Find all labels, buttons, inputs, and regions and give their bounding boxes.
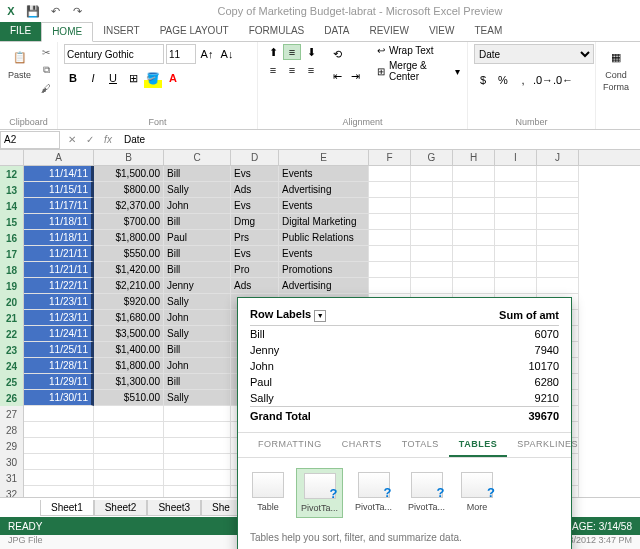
- cell[interactable]: [369, 182, 411, 198]
- merge-center-button[interactable]: ⊞Merge & Center ▾: [376, 59, 461, 83]
- redo-icon[interactable]: ↷: [70, 4, 84, 18]
- sheet-tab[interactable]: Sheet3: [147, 500, 201, 516]
- row-header[interactable]: 14: [0, 198, 24, 214]
- cell[interactable]: Events: [279, 246, 369, 262]
- cell[interactable]: [411, 214, 453, 230]
- cell[interactable]: 11/28/11: [24, 358, 94, 374]
- cell[interactable]: [537, 262, 579, 278]
- qa-tab-sparklines[interactable]: SPARKLINES: [507, 433, 588, 457]
- cell[interactable]: [24, 438, 94, 454]
- cell[interactable]: [369, 166, 411, 182]
- column-header[interactable]: J: [537, 150, 579, 165]
- cell[interactable]: $800.00: [94, 182, 164, 198]
- row-header[interactable]: 30: [0, 454, 24, 470]
- row-header[interactable]: 18: [0, 262, 24, 278]
- sheet-tab[interactable]: Sheet1: [40, 500, 94, 516]
- font-name-select[interactable]: [64, 44, 164, 64]
- qa-option[interactable]: PivotTa...: [296, 468, 343, 518]
- cell[interactable]: [164, 422, 231, 438]
- comma-icon[interactable]: ,: [514, 70, 532, 90]
- column-header[interactable]: A: [24, 150, 94, 165]
- cell[interactable]: [164, 438, 231, 454]
- percent-icon[interactable]: %: [494, 70, 512, 90]
- row-header[interactable]: 17: [0, 246, 24, 262]
- cell[interactable]: Sally: [164, 294, 231, 310]
- number-format-select[interactable]: Date: [474, 44, 594, 64]
- cell[interactable]: $1,400.00: [94, 342, 164, 358]
- cell[interactable]: [495, 230, 537, 246]
- cell[interactable]: Ads: [231, 182, 279, 198]
- cell[interactable]: Bill: [164, 214, 231, 230]
- column-header[interactable]: G: [411, 150, 453, 165]
- cell[interactable]: $2,370.00: [94, 198, 164, 214]
- tab-home[interactable]: HOME: [41, 22, 93, 42]
- save-icon[interactable]: 💾: [26, 4, 40, 18]
- cell[interactable]: $920.00: [94, 294, 164, 310]
- row-header[interactable]: 21: [0, 310, 24, 326]
- decrease-decimal-icon[interactable]: .0←: [554, 70, 572, 90]
- cell[interactable]: 11/25/11: [24, 342, 94, 358]
- sheet-tab[interactable]: She: [201, 500, 241, 516]
- cell[interactable]: [495, 182, 537, 198]
- column-header[interactable]: D: [231, 150, 279, 165]
- cell[interactable]: $1,800.00: [94, 358, 164, 374]
- cell[interactable]: [453, 230, 495, 246]
- cell[interactable]: [495, 198, 537, 214]
- conditional-formatting-button[interactable]: ▦ Cond Forma: [601, 44, 631, 94]
- qa-tab-charts[interactable]: CHARTS: [332, 433, 392, 457]
- align-middle-icon[interactable]: ≡: [283, 44, 301, 60]
- cell[interactable]: Promotions: [279, 262, 369, 278]
- cell[interactable]: $1,300.00: [94, 374, 164, 390]
- increase-indent-icon[interactable]: ⇥: [346, 66, 364, 86]
- row-header[interactable]: 24: [0, 358, 24, 374]
- increase-decimal-icon[interactable]: .0→: [534, 70, 552, 90]
- cell[interactable]: [94, 438, 164, 454]
- cell[interactable]: [537, 182, 579, 198]
- format-painter-icon[interactable]: 🖌: [37, 80, 55, 96]
- cell[interactable]: $3,500.00: [94, 326, 164, 342]
- currency-icon[interactable]: $: [474, 70, 492, 90]
- cell[interactable]: [411, 182, 453, 198]
- cell[interactable]: Paul: [164, 230, 231, 246]
- cell[interactable]: [94, 406, 164, 422]
- cell[interactable]: $2,210.00: [94, 278, 164, 294]
- decrease-indent-icon[interactable]: ⇤: [328, 66, 346, 86]
- cancel-icon[interactable]: ✕: [64, 132, 80, 148]
- row-header[interactable]: 25: [0, 374, 24, 390]
- qa-option[interactable]: More: [457, 468, 497, 518]
- cell[interactable]: John: [164, 198, 231, 214]
- cell[interactable]: [369, 262, 411, 278]
- align-right-icon[interactable]: ≡: [302, 62, 320, 78]
- cell[interactable]: [24, 454, 94, 470]
- cell[interactable]: Evs: [231, 246, 279, 262]
- enter-icon[interactable]: ✓: [82, 132, 98, 148]
- cell[interactable]: [537, 246, 579, 262]
- cell[interactable]: 11/14/11: [24, 166, 94, 182]
- cell[interactable]: [495, 278, 537, 294]
- cell[interactable]: 11/17/11: [24, 198, 94, 214]
- cell[interactable]: Advertising: [279, 278, 369, 294]
- cell[interactable]: [369, 198, 411, 214]
- cell[interactable]: $1,800.00: [94, 230, 164, 246]
- cell[interactable]: 11/18/11: [24, 214, 94, 230]
- column-header[interactable]: E: [279, 150, 369, 165]
- column-header[interactable]: C: [164, 150, 231, 165]
- fx-icon[interactable]: fx: [100, 132, 116, 148]
- fill-color-button[interactable]: 🪣: [144, 68, 162, 88]
- cell[interactable]: 11/21/11: [24, 262, 94, 278]
- tab-insert[interactable]: INSERT: [93, 22, 150, 41]
- tab-page-layout[interactable]: PAGE LAYOUT: [150, 22, 239, 41]
- cell[interactable]: [453, 278, 495, 294]
- row-header[interactable]: 20: [0, 294, 24, 310]
- cell[interactable]: Bill: [164, 246, 231, 262]
- column-header[interactable]: F: [369, 150, 411, 165]
- tab-view[interactable]: VIEW: [419, 22, 465, 41]
- cell[interactable]: [453, 214, 495, 230]
- cell[interactable]: 11/29/11: [24, 374, 94, 390]
- qa-tab-formatting[interactable]: FORMATTING: [248, 433, 332, 457]
- cell[interactable]: [411, 230, 453, 246]
- cell[interactable]: [94, 470, 164, 486]
- cell[interactable]: $1,680.00: [94, 310, 164, 326]
- cell[interactable]: Bill: [164, 374, 231, 390]
- qa-tab-tables[interactable]: TABLES: [449, 433, 507, 457]
